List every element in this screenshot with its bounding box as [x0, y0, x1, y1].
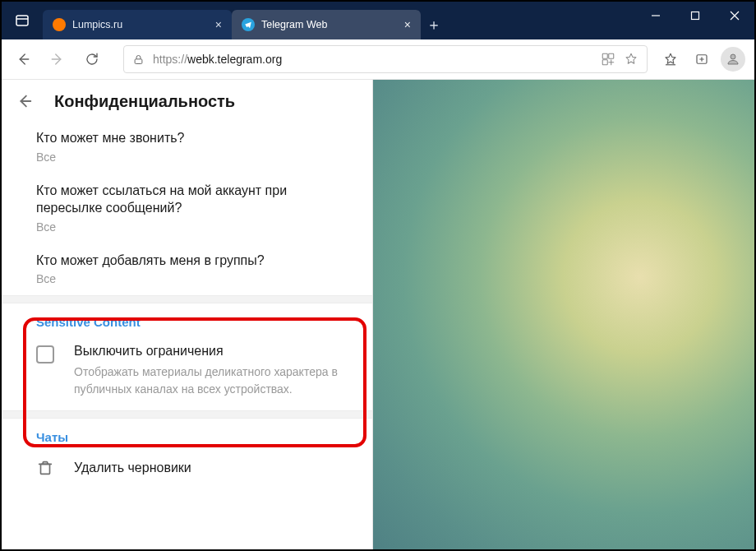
panel-back-button[interactable] — [13, 90, 36, 113]
panel-header: Конфиденциальность — [2, 80, 372, 121]
svg-rect-11 — [602, 60, 607, 65]
svg-rect-3 — [692, 12, 699, 20]
avatar — [721, 47, 745, 72]
new-tab-button[interactable]: ＋ — [421, 10, 447, 39]
checkbox-description: Отображать материалы деликатного характе… — [74, 363, 356, 397]
close-icon[interactable]: × — [404, 18, 411, 31]
setting-value: Все — [36, 220, 356, 234]
tab-title: Lumpics.ru — [72, 19, 209, 30]
navbar: https://webk.telegram.org — [2, 39, 754, 80]
favorites-button[interactable] — [656, 44, 685, 74]
svg-rect-10 — [609, 53, 614, 58]
forward-button — [43, 44, 72, 74]
back-button[interactable] — [8, 44, 38, 74]
close-icon[interactable]: × — [215, 18, 222, 31]
minimize-button[interactable] — [636, 2, 675, 30]
svg-rect-16 — [41, 464, 50, 474]
close-button[interactable] — [715, 2, 754, 30]
trash-icon — [36, 459, 54, 477]
svg-rect-0 — [16, 16, 28, 25]
favicon-lumpics — [53, 18, 66, 31]
setting-question: Кто может мне звонить? — [36, 129, 356, 147]
lock-icon — [132, 53, 145, 66]
setting-value: Все — [36, 150, 356, 164]
page: Конфиденциальность Кто может мне звонить… — [2, 80, 754, 549]
tab-telegram[interactable]: Telegram Web × — [232, 10, 421, 39]
chat-background — [373, 80, 754, 549]
divider — [2, 410, 372, 419]
collections-button[interactable] — [687, 44, 717, 74]
setting-question: Кто может ссылаться на мой аккаунт при п… — [36, 182, 356, 217]
checkbox-label: Выключить ограничения — [74, 344, 356, 359]
url-host: webk.telegram.org — [187, 53, 282, 66]
profile-button[interactable] — [718, 44, 748, 74]
tab-title: Telegram Web — [261, 19, 398, 30]
extension-icon[interactable] — [601, 52, 615, 67]
url-scheme: https:// — [153, 53, 187, 66]
setting-who-can-call[interactable]: Кто может мне звонить? Все — [2, 121, 372, 174]
delete-drafts-label: Удалить черновики — [74, 461, 191, 475]
url-text: https://webk.telegram.org — [153, 53, 282, 66]
page-title: Конфиденциальность — [54, 92, 235, 111]
favicon-telegram — [242, 18, 255, 31]
setting-value: Все — [36, 272, 356, 285]
maximize-button[interactable] — [675, 2, 715, 30]
favorite-icon[interactable] — [624, 52, 638, 67]
delete-drafts-row[interactable]: Удалить черновики — [2, 447, 372, 490]
tab-strip: Lumpics.ru × Telegram Web × ＋ — [43, 2, 447, 39]
setting-who-can-forward[interactable]: Кто может ссылаться на мой аккаунт при п… — [2, 174, 372, 243]
section-chats: Чаты — [2, 419, 372, 447]
disable-filtering-row[interactable]: Выключить ограничения Отображать материа… — [2, 332, 372, 410]
svg-point-14 — [731, 54, 735, 59]
tab-lumpics[interactable]: Lumpics.ru × — [43, 10, 232, 39]
tab-overview-icon[interactable] — [2, 2, 43, 39]
divider — [2, 295, 372, 303]
svg-rect-8 — [135, 58, 142, 63]
address-bar[interactable]: https://webk.telegram.org — [123, 45, 648, 73]
setting-question: Кто может добавлять меня в группы? — [36, 252, 356, 270]
window-titlebar: Lumpics.ru × Telegram Web × ＋ — [2, 2, 754, 39]
settings-panel: Конфиденциальность Кто может мне звонить… — [2, 80, 373, 549]
reload-button[interactable] — [77, 44, 107, 74]
svg-rect-9 — [602, 53, 607, 58]
section-sensitive-content: Sensitive Content — [2, 303, 372, 332]
window-controls — [636, 2, 754, 39]
setting-who-can-add-groups[interactable]: Кто может добавлять меня в группы? Все — [2, 243, 372, 296]
disable-filtering-checkbox[interactable] — [36, 345, 54, 363]
